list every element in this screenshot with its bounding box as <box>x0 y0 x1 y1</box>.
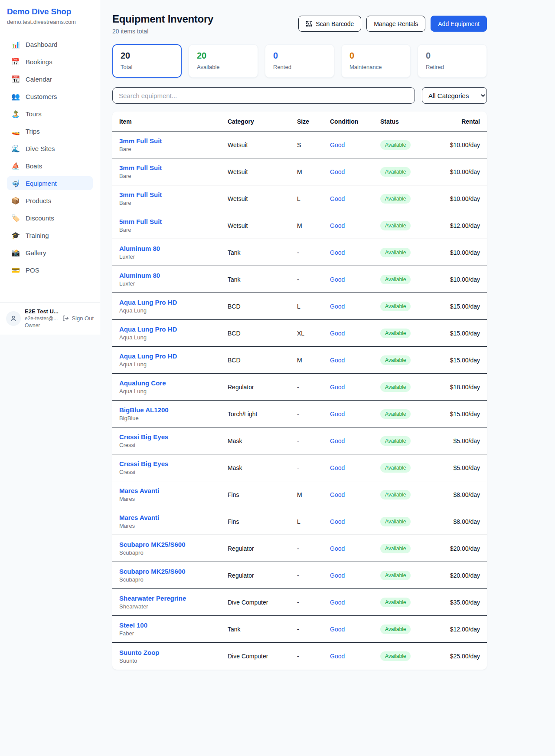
item-name-link[interactable]: 3mm Full Suit <box>119 191 228 198</box>
sidebar-item-gallery[interactable]: 📸 Gallery <box>7 246 93 260</box>
add-equipment-button[interactable]: Add Equipment <box>431 16 487 32</box>
item-name-link[interactable]: Mares Avanti <box>119 487 228 494</box>
item-name-link[interactable]: Aluminum 80 <box>119 272 228 279</box>
condition-link[interactable]: Good <box>330 141 380 148</box>
sign-out-button[interactable]: Sign Out <box>62 315 94 322</box>
condition-link[interactable]: Good <box>330 384 380 391</box>
condition-link[interactable]: Good <box>330 222 380 229</box>
item-name-link[interactable]: Mares Avanti <box>119 514 228 521</box>
item-name-link[interactable]: Suunto Zoop <box>119 649 228 656</box>
condition-link[interactable]: Good <box>330 599 380 606</box>
condition-link[interactable]: Good <box>330 572 380 579</box>
scan-barcode-button[interactable]: Scan Barcode <box>298 16 361 32</box>
category-cell: Fins <box>228 491 297 498</box>
category-cell: Tank <box>228 626 297 633</box>
item-name-link[interactable]: Aqualung Core <box>119 379 228 387</box>
category-cell: Regulator <box>228 384 297 391</box>
item-cell: 3mm Full Suit Bare <box>119 164 228 179</box>
sidebar-item-label: Training <box>26 232 49 239</box>
condition-link[interactable]: Good <box>330 464 380 471</box>
stat-card-rented[interactable]: 0 Rented <box>265 44 334 78</box>
size-cell: L <box>297 303 330 310</box>
manage-rentals-button[interactable]: Manage Rentals <box>366 16 425 32</box>
table-row: Suunto Zoop Suunto Dive Computer - Good … <box>112 643 487 670</box>
item-cell: 3mm Full Suit Bare <box>119 191 228 206</box>
stats-row: 20 Total 20 Available 0 Rented 0 Mainten… <box>112 44 487 78</box>
training-icon: 🎓 <box>11 231 20 240</box>
discounts-icon: 🏷️ <box>11 214 20 222</box>
item-name-link[interactable]: Steel 100 <box>119 621 228 629</box>
condition-link[interactable]: Good <box>330 195 380 202</box>
status-badge: Available <box>380 302 411 311</box>
condition-link[interactable]: Good <box>330 276 380 283</box>
table-row: Aqualung Core Aqua Lung Regulator - Good… <box>112 374 487 401</box>
stat-card-maintenance[interactable]: 0 Maintenance <box>341 44 411 78</box>
size-cell: S <box>297 141 330 148</box>
sidebar-item-products[interactable]: 📦 Products <box>7 194 93 207</box>
item-name-link[interactable]: Cressi Big Eyes <box>119 433 228 440</box>
avatar <box>6 311 21 326</box>
condition-link[interactable]: Good <box>330 653 380 660</box>
sidebar-item-bookings[interactable]: 📅 Bookings <box>7 55 93 69</box>
item-name-link[interactable]: Aqua Lung Pro HD <box>119 299 228 306</box>
status-badge: Available <box>380 651 411 661</box>
sidebar-item-discounts[interactable]: 🏷️ Discounts <box>7 211 93 225</box>
size-cell: - <box>297 384 330 391</box>
table-row: 5mm Full Suit Bare Wetsuit M Good Availa… <box>112 212 487 239</box>
stat-card-total[interactable]: 20 Total <box>112 44 182 78</box>
condition-link[interactable]: Good <box>330 168 380 175</box>
status-cell: Available <box>380 517 445 526</box>
item-name-link[interactable]: 3mm Full Suit <box>119 164 228 171</box>
sidebar-item-pos[interactable]: 💳 POS <box>7 263 93 277</box>
sidebar-item-boats[interactable]: ⛵ Boats <box>7 159 93 173</box>
rental-cell: $5.00/day <box>445 437 480 444</box>
category-select[interactable]: All Categories <box>422 87 487 104</box>
status-badge: Available <box>380 275 411 284</box>
condition-link[interactable]: Good <box>330 491 380 498</box>
column-header-category: Category <box>228 118 297 125</box>
condition-link[interactable]: Good <box>330 357 380 364</box>
condition-link[interactable]: Good <box>330 437 380 444</box>
stat-card-retired[interactable]: 0 Retired <box>418 44 487 78</box>
condition-link[interactable]: Good <box>330 518 380 525</box>
item-brand: Shearwater <box>119 603 228 610</box>
sidebar-item-customers[interactable]: 👥 Customers <box>7 89 93 103</box>
rental-cell: $10.00/day <box>445 168 480 175</box>
stat-card-available[interactable]: 20 Available <box>189 44 258 78</box>
sidebar-item-training[interactable]: 🎓 Training <box>7 228 93 242</box>
sidebar-item-dive-sites[interactable]: 🌊 Dive Sites <box>7 141 93 155</box>
rental-cell: $15.00/day <box>445 303 480 310</box>
condition-link[interactable]: Good <box>330 303 380 310</box>
brand-title[interactable]: Demo Dive Shop <box>7 7 93 16</box>
item-name-link[interactable]: Aluminum 80 <box>119 245 228 252</box>
status-badge: Available <box>380 409 411 419</box>
item-name-link[interactable]: Cressi Big Eyes <box>119 460 228 467</box>
sidebar-item-trips[interactable]: 🚤 Trips <box>7 124 93 138</box>
condition-link[interactable]: Good <box>330 545 380 552</box>
condition-link[interactable]: Good <box>330 626 380 633</box>
item-name-link[interactable]: 3mm Full Suit <box>119 137 228 145</box>
item-name-link[interactable]: Scubapro MK25/S600 <box>119 541 228 548</box>
sidebar-nav: 📊 Dashboard 📅 Bookings 📆 Calendar 👥 Cust… <box>0 31 100 277</box>
condition-link[interactable]: Good <box>330 249 380 256</box>
sidebar-item-equipment[interactable]: 🤿 Equipment <box>7 176 93 190</box>
search-input[interactable] <box>112 87 415 104</box>
sidebar-item-tours[interactable]: 🏝️ Tours <box>7 107 93 121</box>
item-name-link[interactable]: Scubapro MK25/S600 <box>119 568 228 575</box>
item-brand: Bare <box>119 227 228 233</box>
condition-link[interactable]: Good <box>330 330 380 337</box>
item-cell: Mares Avanti Mares <box>119 487 228 502</box>
sidebar-item-label: Gallery <box>26 249 46 256</box>
item-cell: 5mm Full Suit Bare <box>119 218 228 233</box>
item-name-link[interactable]: BigBlue AL1200 <box>119 406 228 414</box>
size-cell: M <box>297 357 330 364</box>
table-row: Scubapro MK25/S600 Scubapro Regulator - … <box>112 562 487 589</box>
condition-link[interactable]: Good <box>330 411 380 417</box>
item-name-link[interactable]: Aqua Lung Pro HD <box>119 325 228 333</box>
status-badge: Available <box>380 517 411 526</box>
item-name-link[interactable]: 5mm Full Suit <box>119 218 228 225</box>
item-name-link[interactable]: Aqua Lung Pro HD <box>119 352 228 360</box>
sidebar-item-calendar[interactable]: 📆 Calendar <box>7 72 93 86</box>
item-name-link[interactable]: Shearwater Peregrine <box>119 595 228 602</box>
sidebar-item-dashboard[interactable]: 📊 Dashboard <box>7 37 93 51</box>
